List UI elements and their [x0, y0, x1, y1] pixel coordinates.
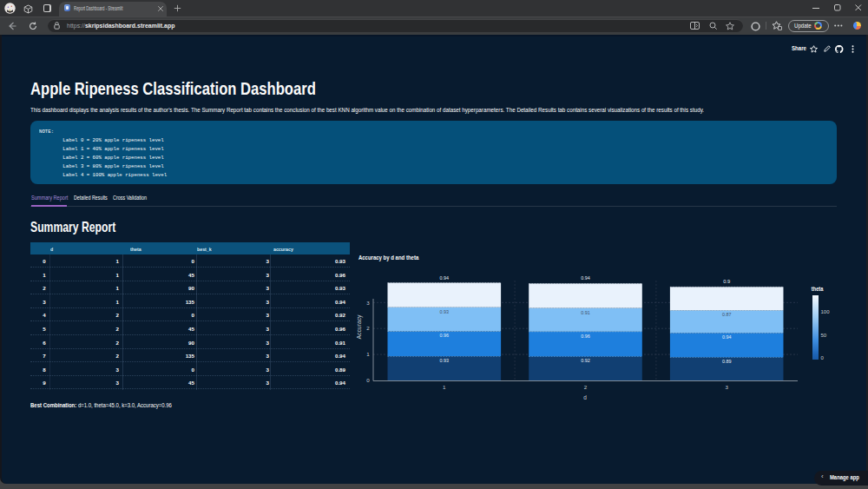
svg-text:theta: theta [812, 286, 824, 292]
svg-text:0.89: 0.89 [722, 359, 732, 364]
svg-text:Accuracy by d and theta: Accuracy by d and theta [358, 254, 419, 261]
svg-text:0: 0 [366, 377, 370, 383]
svg-text:d: d [583, 394, 587, 400]
svg-text:0.9: 0.9 [723, 279, 731, 284]
svg-text:0.94: 0.94 [581, 275, 590, 281]
svg-text:0.91: 0.91 [581, 310, 590, 315]
svg-text:50: 50 [821, 333, 827, 338]
svg-text:0.94: 0.94 [722, 334, 732, 340]
svg-text:1: 1 [443, 384, 446, 390]
svg-text:1: 1 [366, 351, 370, 357]
svg-text:0.96: 0.96 [581, 334, 590, 339]
svg-text:0.92: 0.92 [581, 358, 590, 363]
svg-text:3: 3 [725, 384, 728, 390]
svg-text:Accuracy: Accuracy [356, 314, 363, 340]
svg-text:0: 0 [821, 355, 825, 360]
svg-text:0.87: 0.87 [722, 312, 732, 317]
svg-text:0.96: 0.96 [440, 333, 450, 338]
svg-text:0.93: 0.93 [440, 358, 450, 363]
svg-text:2: 2 [584, 384, 588, 390]
svg-text:2: 2 [366, 325, 370, 331]
svg-text:100: 100 [821, 309, 831, 314]
svg-text:0.93: 0.93 [440, 309, 450, 314]
svg-text:3: 3 [366, 300, 370, 306]
svg-text:0.94: 0.94 [440, 275, 450, 281]
